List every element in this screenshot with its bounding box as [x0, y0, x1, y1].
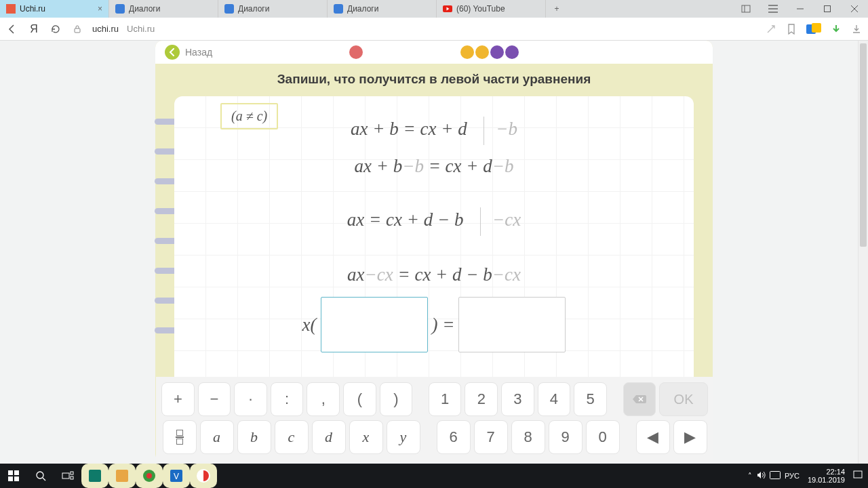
key-b[interactable]: b	[237, 420, 271, 454]
svg-rect-36	[854, 471, 862, 478]
lock-icon	[71, 22, 84, 36]
key-x[interactable]: x	[349, 420, 383, 454]
search-icon[interactable]	[27, 464, 54, 488]
svg-rect-26	[71, 472, 73, 474]
browser-tab[interactable]: Диалоги	[328, 0, 437, 18]
taskbar-app-icon[interactable]	[81, 464, 108, 488]
youtube-icon	[443, 4, 452, 14]
key-0[interactable]: 0	[586, 420, 620, 454]
app-topbar: Назад	[155, 41, 713, 64]
svg-rect-25	[62, 473, 69, 479]
svg-rect-35	[770, 472, 780, 479]
address-host[interactable]: uchi.ru	[92, 24, 119, 34]
svg-rect-19	[8, 470, 13, 475]
browser-tab[interactable]: Диалоги	[109, 0, 218, 18]
address-bar: Я uchi.ru Uchi.ru	[0, 18, 868, 41]
key-a[interactable]: a	[200, 420, 234, 454]
minimize-button[interactable]	[787, 0, 814, 18]
answer-prefix: x(	[302, 314, 317, 336]
browser-tab[interactable]: Uchi.ru ×	[0, 0, 109, 18]
key-fraction[interactable]	[163, 420, 197, 454]
site-icon	[224, 4, 234, 14]
notifications-icon[interactable]	[853, 470, 863, 481]
download-icon[interactable]	[850, 23, 863, 35]
key-backspace[interactable]	[623, 382, 656, 416]
svg-rect-3	[334, 4, 343, 14]
reload-icon[interactable]	[49, 22, 62, 36]
menu-icon[interactable]	[760, 0, 787, 18]
key-1[interactable]: 1	[429, 382, 462, 416]
back-icon[interactable]	[5, 22, 19, 36]
scrollbar-thumb[interactable]	[860, 43, 867, 247]
key-3[interactable]: 3	[501, 382, 534, 416]
progress-dot	[475, 45, 489, 59]
key-minus[interactable]: −	[198, 382, 231, 416]
progress-dots	[349, 45, 519, 59]
key-5[interactable]: 5	[574, 382, 607, 416]
taskbar-app-icon[interactable]	[136, 464, 163, 488]
key-arrow-right[interactable]: ▶	[673, 420, 707, 454]
translate-icon[interactable]	[806, 23, 822, 35]
key-plus[interactable]: +	[161, 382, 195, 416]
panel-icon[interactable]	[732, 0, 760, 18]
volume-icon[interactable]	[756, 470, 766, 481]
svg-rect-29	[116, 470, 128, 482]
taskbar-app-icon[interactable]: V	[163, 464, 190, 488]
tab-title: Диалоги	[347, 4, 430, 14]
svg-rect-20	[14, 470, 19, 475]
key-arrow-left[interactable]: ◀	[636, 420, 670, 454]
answer-input-left[interactable]	[321, 297, 428, 352]
site-icon	[6, 4, 16, 14]
keyboard-icon[interactable]	[770, 471, 781, 481]
maximize-button[interactable]	[814, 0, 841, 18]
svg-rect-21	[8, 476, 13, 481]
download-arrow-icon[interactable]	[830, 23, 842, 35]
scrollbar[interactable]	[858, 41, 868, 464]
taskbar-app-icon[interactable]	[108, 464, 136, 488]
svg-point-23	[37, 472, 43, 479]
key-8[interactable]: 8	[511, 420, 545, 454]
language-indicator[interactable]: РУС	[785, 472, 800, 480]
progress-dot	[490, 45, 504, 59]
browser-tab[interactable]: (60) YouTube	[437, 0, 546, 18]
svg-rect-2	[224, 4, 234, 14]
progress-dot	[349, 45, 363, 59]
key-dot[interactable]: ·	[234, 382, 267, 416]
feather-icon[interactable]	[765, 23, 777, 35]
clock[interactable]: 22:14 19.01.2019	[804, 468, 849, 484]
key-colon[interactable]: :	[271, 382, 304, 416]
taskbar: V ˄ РУС 22:14 19.01.2019	[0, 464, 868, 488]
new-tab-button[interactable]: +	[546, 0, 568, 18]
answer-input-right[interactable]	[458, 297, 566, 352]
key-4[interactable]: 4	[538, 382, 571, 416]
equation-line-1: ax + b = cx + d −b	[174, 117, 694, 145]
key-2[interactable]: 2	[465, 382, 498, 416]
key-paren-open[interactable]: (	[343, 382, 376, 416]
key-paren-close[interactable]: )	[380, 382, 413, 416]
key-6[interactable]: 6	[437, 420, 471, 454]
svg-rect-14	[75, 28, 80, 33]
svg-rect-27	[71, 476, 73, 479]
taskbar-app-icon[interactable]	[190, 464, 217, 488]
key-y[interactable]: y	[387, 420, 420, 454]
key-7[interactable]: 7	[474, 420, 508, 454]
site-icon	[115, 4, 125, 14]
bookmark-icon[interactable]	[785, 23, 797, 35]
svg-line-24	[43, 478, 45, 481]
browser-tab[interactable]: Диалоги	[218, 0, 328, 18]
onscreen-keyboard: + − · : , ( ) 1 2 3 4 5 OK a b c d x y 6…	[156, 377, 713, 461]
key-9[interactable]: 9	[549, 420, 583, 454]
key-ok[interactable]: OK	[659, 382, 708, 416]
key-d[interactable]: d	[312, 420, 346, 454]
close-window-button[interactable]	[841, 0, 868, 18]
yandex-icon[interactable]: Я	[27, 22, 41, 36]
start-menu-icon[interactable]	[0, 464, 27, 488]
close-icon[interactable]: ×	[98, 4, 102, 14]
key-c[interactable]: c	[275, 420, 309, 454]
task-view-icon[interactable]	[54, 464, 81, 488]
back-button[interactable]	[165, 45, 180, 60]
tray-chevron-up-icon[interactable]: ˄	[748, 472, 752, 481]
address-tail: Uchi.ru	[127, 24, 155, 34]
key-comma[interactable]: ,	[307, 382, 340, 416]
svg-rect-28	[89, 470, 101, 482]
